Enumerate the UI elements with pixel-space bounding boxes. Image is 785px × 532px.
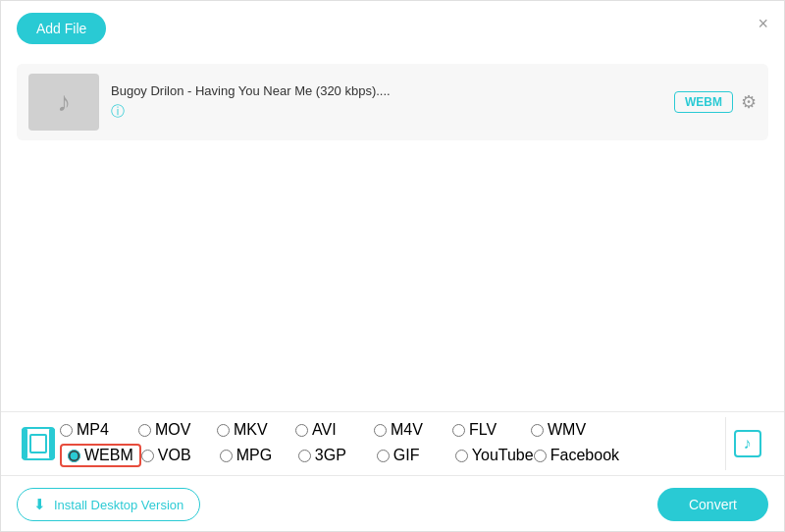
radio-mpg[interactable]	[220, 450, 233, 462]
radio-avi[interactable]	[295, 424, 308, 437]
format-option-m4v[interactable]: M4V	[374, 421, 452, 439]
format-label-webm: WEBM	[84, 447, 133, 464]
radio-facebook[interactable]	[534, 450, 547, 462]
video-format-icon[interactable]	[17, 417, 60, 470]
add-file-button[interactable]: Add File	[17, 13, 106, 44]
format-option-flv[interactable]: FLV	[452, 421, 531, 439]
radio-webm[interactable]	[68, 450, 80, 462]
radio-3gp[interactable]	[298, 450, 311, 462]
format-label-flv: FLV	[469, 421, 497, 439]
content-area	[1, 148, 784, 364]
format-label-youtube: YouTube	[472, 447, 534, 464]
format-option-avi[interactable]: AVI	[295, 421, 374, 439]
format-option-facebook[interactable]: Facebook	[534, 447, 619, 464]
format-label-m4v: M4V	[391, 421, 423, 439]
format-label-avi: AVI	[312, 421, 337, 439]
format-option-3gp[interactable]: 3GP	[298, 447, 377, 464]
format-label-mkv: MKV	[234, 421, 268, 439]
file-actions: WEBM ⚙	[674, 91, 757, 113]
format-option-vob[interactable]: VOB	[141, 447, 220, 464]
format-option-wmv[interactable]: WMV	[531, 421, 609, 439]
format-option-gif[interactable]: GIF	[377, 447, 455, 464]
radio-mkv[interactable]	[217, 424, 230, 437]
install-label: Install Desktop Version	[54, 498, 183, 512]
format-label-mp4: MP4	[77, 421, 109, 439]
formats-grid: MP4 MOV MKV AVI M4V FLV	[60, 412, 725, 475]
info-icon[interactable]: ⓘ	[111, 103, 125, 119]
radio-m4v[interactable]	[374, 424, 387, 437]
radio-youtube[interactable]	[455, 450, 468, 462]
app-footer: ⬇ Install Desktop Version Convert	[1, 478, 784, 531]
format-option-mpg[interactable]: MPG	[220, 447, 298, 464]
music-tab-icon: ♪	[734, 430, 761, 457]
format-option-webm[interactable]: WEBM	[60, 444, 141, 467]
music-note-icon: ♪	[57, 86, 71, 118]
format-label-3gp: 3GP	[315, 447, 346, 464]
file-name: Bugoy Drilon - Having You Near Me (320 k…	[111, 83, 662, 98]
music-note-tab-icon: ♪	[744, 435, 752, 452]
radio-mp4[interactable]	[60, 424, 73, 437]
format-label-facebook: Facebook	[550, 447, 619, 464]
film-inner	[29, 434, 47, 453]
formats-row-1: MP4 MOV MKV AVI M4V FLV	[60, 418, 725, 442]
close-button[interactable]: ×	[758, 15, 768, 32]
radio-wmv[interactable]	[531, 424, 544, 437]
format-bar: MP4 MOV MKV AVI M4V FLV	[1, 411, 784, 476]
app-header: Add File ×	[1, 1, 784, 56]
file-thumbnail: ♪	[28, 74, 99, 131]
format-option-mov[interactable]: MOV	[138, 421, 217, 439]
radio-vob[interactable]	[141, 450, 154, 462]
format-label-mpg: MPG	[236, 447, 272, 464]
format-badge[interactable]: WEBM	[674, 91, 733, 113]
film-icon	[22, 427, 55, 460]
file-item: ♪ Bugoy Drilon - Having You Near Me (320…	[17, 64, 768, 140]
format-label-vob: VOB	[158, 447, 191, 464]
format-label-wmv: WMV	[548, 421, 586, 439]
install-desktop-button[interactable]: ⬇ Install Desktop Version	[17, 488, 200, 521]
settings-icon[interactable]: ⚙	[741, 91, 757, 113]
formats-row-2: WEBM VOB MPG 3GP GIF YouTube	[60, 442, 725, 469]
radio-mov[interactable]	[138, 424, 151, 437]
audio-tab[interactable]: ♪	[725, 417, 768, 470]
file-list: ♪ Bugoy Drilon - Having You Near Me (320…	[1, 56, 784, 148]
format-option-mp4[interactable]: MP4	[60, 421, 138, 439]
download-icon: ⬇	[33, 496, 46, 513]
radio-gif[interactable]	[377, 450, 390, 462]
format-label-gif: GIF	[393, 447, 420, 464]
convert-button[interactable]: Convert	[657, 488, 768, 521]
radio-flv[interactable]	[452, 424, 465, 437]
format-option-youtube[interactable]: YouTube	[455, 447, 534, 464]
file-info: Bugoy Drilon - Having You Near Me (320 k…	[111, 83, 662, 121]
format-option-mkv[interactable]: MKV	[217, 421, 295, 439]
format-label-mov: MOV	[155, 421, 190, 439]
